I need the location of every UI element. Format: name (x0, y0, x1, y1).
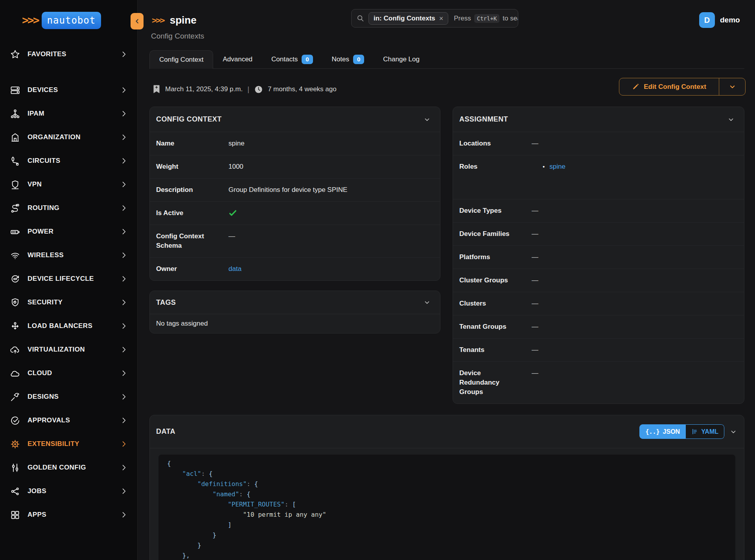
sidebar-item-devices[interactable]: DEVICES (0, 78, 137, 102)
search-filter-label: in: Config Contexts (374, 15, 435, 22)
search-filter-chip[interactable]: in: Config Contexts × (368, 12, 448, 25)
tab-label: Contacts (271, 55, 298, 63)
panel-title: DATA (156, 427, 175, 436)
sidebar-item-load-balancers[interactable]: LOAD BALANCERS (0, 314, 137, 338)
tab-notes[interactable]: Notes0 (322, 50, 374, 68)
sidebar-item-designs[interactable]: DESIGNS (0, 385, 137, 409)
field-label: Tenant Groups (459, 322, 532, 332)
sliders-icon (10, 462, 20, 473)
sidebar-item-organization[interactable]: ORGANIZATION (0, 125, 137, 149)
field-row-tenants: Tenants — (453, 339, 744, 362)
field-value: — (532, 139, 538, 148)
sidebar-item-jobs[interactable]: JOBS (0, 479, 137, 503)
sidebar-item-label: LOAD BALANCERS (28, 322, 92, 330)
field-row-name: Name spine (150, 132, 440, 155)
field-value: — (532, 368, 538, 397)
record-meta: March 11, 2025, 4:39 p.m. | 7 months, 4 … (153, 84, 337, 94)
sidebar-item-virtualization[interactable]: VIRTUALIZATION (0, 338, 137, 361)
route-icon (10, 203, 20, 214)
yaml-format-button[interactable]: YAML (686, 424, 724, 439)
field-label: Cluster Groups (459, 276, 532, 285)
sidebar-item-golden-config[interactable]: GOLDEN CONFIG (0, 456, 137, 479)
field-row-locations: Locations — (453, 132, 744, 155)
chevron-right-icon (120, 464, 128, 472)
tab-label: Notes (332, 55, 349, 63)
created-date: March 11, 2025, 4:39 p.m. (165, 85, 243, 93)
sidebar-item-circuits[interactable]: CIRCUITS (0, 149, 137, 173)
sidebar-item-approvals[interactable]: APPROVALS (0, 409, 137, 432)
sidebar-item-device-lifecycle[interactable]: DEVICE LIFECYCLE (0, 267, 137, 291)
chevron-left-icon (134, 18, 141, 25)
wifi-icon (10, 250, 20, 261)
panel-title: ASSIGNMENT (459, 115, 508, 123)
chevron-down-icon[interactable] (424, 116, 431, 123)
search-placeholder-suffix: to sea (503, 15, 518, 22)
avatar: D (699, 12, 715, 28)
field-label: Tenants (459, 345, 532, 355)
breadcrumb: >>> spine (152, 14, 197, 26)
sidebar-item-label: EXTENSIBILITY (28, 440, 79, 448)
chevron-down-icon[interactable] (727, 116, 735, 123)
tab-change-log[interactable]: Change Log (374, 50, 429, 68)
config-context-panel: CONFIG CONTEXT Name spine Weight 1000 De… (149, 107, 440, 281)
sidebar-item-wireless[interactable]: WIRELESS (0, 243, 137, 267)
search-placeholder-prefix: Press (454, 15, 471, 22)
username: demo (720, 16, 740, 24)
brand-chevrons-icon: >>> (22, 15, 39, 26)
sidebar-item-label: VPN (28, 181, 42, 188)
tags-panel: TAGS No tags assigned (149, 291, 440, 333)
sidebar-item-ipam[interactable]: IPAM (0, 102, 137, 125)
field-row-device-families: Device Families — (453, 223, 744, 246)
chevron-right-icon (120, 416, 128, 424)
sidebar-item-extensibility[interactable]: EXTENSIBILITY (0, 432, 137, 456)
chevron-right-icon (120, 228, 128, 236)
code-line: "PERMIT_ROUTES": [ (167, 499, 735, 510)
tab-contacts[interactable]: Contacts0 (262, 50, 322, 68)
server-icon (10, 85, 20, 96)
chevron-right-icon (120, 346, 128, 354)
role-link[interactable]: spine (549, 162, 565, 171)
owner-link[interactable]: data (228, 265, 241, 273)
tab-config-context[interactable]: Config Context (149, 50, 213, 69)
network-tree-icon (10, 109, 20, 119)
sidebar-collapse-button[interactable] (131, 13, 144, 29)
global-search-input[interactable]: in: Config Contexts × Press Ctrl+K to se… (351, 9, 518, 28)
chevron-right-icon (120, 440, 128, 448)
chip-close-icon[interactable]: × (439, 15, 444, 22)
sidebar-item-apps[interactable]: APPS (0, 503, 137, 527)
sidebar-item-label: FAVORITES (28, 50, 66, 58)
chevron-right-icon (120, 511, 128, 519)
grid-icon (10, 510, 20, 520)
panel-title: CONFIG CONTEXT (156, 115, 222, 123)
sidebar-item-label: POWER (28, 228, 53, 236)
panel-title: TAGS (156, 298, 176, 307)
json-format-button[interactable]: {..} JSON (639, 424, 686, 439)
sidebar-item-cloud[interactable]: CLOUD (0, 361, 137, 385)
sidebar-item-routing[interactable]: ROUTING (0, 196, 137, 220)
chevron-right-icon (120, 86, 128, 94)
chevron-down-icon[interactable] (424, 299, 431, 306)
list-lines-icon (691, 428, 698, 435)
field-value: — (532, 206, 538, 216)
sidebar: >>> nautobot FAVORITES DEVICES IPAM ORGA… (0, 0, 138, 560)
nautobot-logo[interactable]: >>> nautobot (22, 12, 137, 29)
chevron-down-icon[interactable] (730, 428, 737, 435)
sidebar-item-favorites[interactable]: FAVORITES (0, 42, 137, 66)
yaml-button-label: YAML (701, 428, 718, 435)
edit-config-context-button[interactable]: Edit Config Context (619, 78, 719, 95)
sidebar-item-vpn[interactable]: VPN (0, 173, 137, 196)
code-line: ] (167, 520, 735, 530)
sidebar-item-security[interactable]: SECURITY (0, 291, 137, 314)
edit-dropdown-toggle[interactable] (719, 78, 745, 95)
breadcrumb-parent[interactable]: Config Contexts (151, 32, 204, 41)
bookmark-plus-icon (153, 85, 160, 94)
field-label: Name (156, 139, 228, 148)
user-menu[interactable]: D demo (699, 12, 740, 28)
sidebar-item-power[interactable]: POWER (0, 220, 137, 243)
chevron-down-icon (729, 83, 736, 90)
edit-config-context-split-button: Edit Config Context (619, 78, 746, 96)
field-row-device-types: Device Types — (453, 199, 744, 223)
tab-advanced[interactable]: Advanced (213, 50, 262, 68)
field-label: Device Redundancy Groups (459, 368, 532, 397)
field-row-description: Description Group Definitions for device… (150, 179, 440, 202)
